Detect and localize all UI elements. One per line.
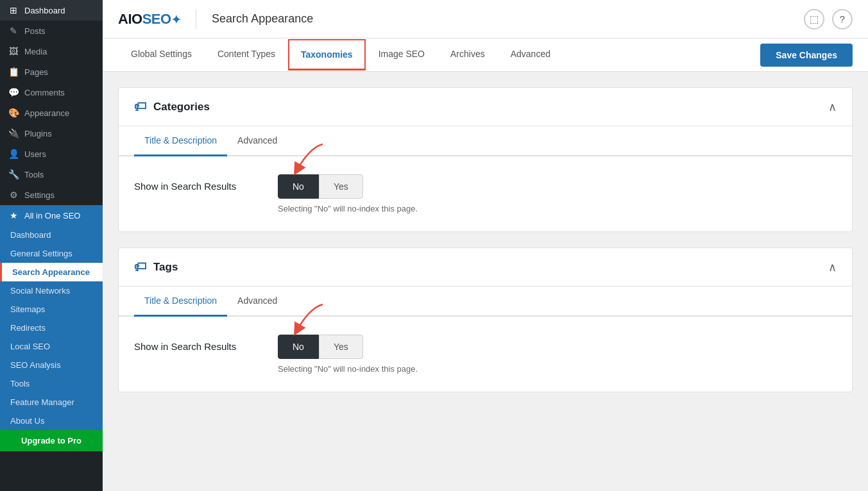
sidebar-item-settings[interactable]: ⚙ Settings (0, 185, 103, 205)
categories-body: Show in Search Results No (119, 156, 852, 231)
logo-divider (196, 10, 196, 29)
aioseo-icon: ★ (8, 210, 19, 221)
tags-title: 🏷 Tags (134, 260, 178, 274)
tags-section: 🏷 Tags ∧ Title & Description Advanced Sh… (118, 247, 853, 392)
tags-tag-icon: 🏷 (134, 260, 147, 274)
categories-inner-tabs: Title & Description Advanced (119, 126, 852, 156)
tab-image-seo[interactable]: Image SEO (366, 38, 438, 71)
submenu-item-dashboard[interactable]: Dashboard (0, 226, 103, 244)
tools-icon: 🔧 (8, 169, 19, 179)
save-changes-button[interactable]: Save Changes (760, 44, 853, 67)
categories-no-button[interactable]: No (278, 174, 319, 199)
sidebar-item-tools[interactable]: 🔧 Tools (0, 164, 103, 185)
submenu-item-sitemaps[interactable]: Sitemaps (0, 300, 103, 319)
wp-sidebar: ⊞ Dashboard ✎ Posts 🖼 Media 📋 Pages 💬 Co… (0, 0, 103, 491)
tab-content-types[interactable]: Content Types (205, 38, 288, 71)
categories-title: 🏷 Categories (134, 99, 210, 114)
pages-icon: 📋 (8, 67, 19, 77)
tab-archives[interactable]: Archives (438, 38, 498, 71)
tags-no-button[interactable]: No (278, 335, 319, 359)
submenu-item-about-us[interactable]: About Us (0, 412, 103, 430)
categories-toggle-group: No Yes (278, 174, 418, 199)
categories-tab-title-desc[interactable]: Title & Description (134, 126, 227, 156)
categories-toggle-hint: Selecting "No" will no-index this page. (278, 204, 418, 213)
tags-inner-tabs: Title & Description Advanced (119, 287, 852, 317)
sidebar-item-pages[interactable]: 📋 Pages (0, 62, 103, 82)
aioseo-submenu: Dashboard General Settings Search Appear… (0, 226, 103, 430)
aioseo-logo: AIOSEO✦ (118, 11, 180, 28)
page-title: Search Appearance (212, 12, 313, 26)
sidebar-item-dashboard[interactable]: ⊞ Dashboard (0, 0, 103, 21)
sidebar-item-posts[interactable]: ✎ Posts (0, 21, 103, 41)
categories-tab-advanced[interactable]: Advanced (227, 126, 287, 156)
categories-tag-icon: 🏷 (134, 99, 147, 114)
submenu-item-social-networks[interactable]: Social Networks (0, 281, 103, 300)
sidebar-item-comments[interactable]: 💬 Comments (0, 82, 103, 103)
tags-toggle-group: No Yes (278, 335, 418, 359)
top-bar-icons: ⬚ ? (804, 9, 853, 29)
tags-tab-title-desc[interactable]: Title & Description (134, 287, 227, 317)
submenu-item-redirects[interactable]: Redirects (0, 319, 103, 337)
categories-section: 🏷 Categories ∧ Title & Description Advan… (118, 87, 853, 232)
categories-header: 🏷 Categories ∧ (119, 88, 852, 126)
tags-body: Show in Search Results No (119, 317, 852, 392)
tags-collapse-icon[interactable]: ∧ (828, 260, 837, 274)
settings-icon: ⚙ (8, 190, 19, 200)
plugins-icon: 🔌 (8, 128, 19, 138)
tags-tab-advanced[interactable]: Advanced (227, 287, 287, 317)
tags-toggle-hint: Selecting "No" will no-index this page. (278, 364, 418, 374)
tab-taxonomies[interactable]: Taxonomies (288, 39, 366, 71)
monitor-icon[interactable]: ⬚ (804, 9, 824, 29)
submenu-item-local-seo[interactable]: Local SEO (0, 337, 103, 356)
sidebar-item-appearance[interactable]: 🎨 Appearance (0, 103, 103, 123)
tab-global-settings[interactable]: Global Settings (118, 38, 205, 71)
tags-header: 🏷 Tags ∧ (119, 248, 852, 287)
media-icon: 🖼 (8, 46, 19, 56)
categories-collapse-icon[interactable]: ∧ (828, 100, 837, 114)
submenu-item-general-settings[interactable]: General Settings (0, 244, 103, 263)
main-content: AIOSEO✦ Search Appearance ⬚ ? Global Set… (103, 0, 868, 491)
appearance-icon: 🎨 (8, 108, 19, 118)
categories-yes-button[interactable]: Yes (319, 174, 363, 199)
upgrade-to-pro-button[interactable]: Upgrade to Pro (0, 430, 103, 451)
dashboard-icon: ⊞ (8, 5, 19, 15)
tabs-bar: Global Settings Content Types Taxonomies… (103, 38, 868, 72)
content-area: 🏷 Categories ∧ Title & Description Advan… (103, 72, 868, 491)
posts-icon: ✎ (8, 26, 19, 36)
tags-yes-button[interactable]: Yes (319, 335, 363, 359)
categories-show-label: Show in Search Results (134, 174, 262, 192)
sidebar-item-users[interactable]: 👤 Users (0, 144, 103, 164)
help-icon[interactable]: ? (832, 9, 853, 29)
submenu-item-search-appearance[interactable]: Search Appearance (0, 263, 103, 281)
tags-show-label: Show in Search Results (134, 335, 262, 352)
comments-icon: 💬 (8, 87, 19, 97)
users-icon: 👤 (8, 149, 19, 159)
sidebar-item-plugins[interactable]: 🔌 Plugins (0, 123, 103, 144)
sidebar-item-aioseo[interactable]: ★ All in One SEO (0, 205, 103, 226)
tab-advanced[interactable]: Advanced (498, 38, 563, 71)
submenu-item-seo-analysis[interactable]: SEO Analysis (0, 356, 103, 374)
submenu-item-tools[interactable]: Tools (0, 374, 103, 393)
submenu-item-feature-manager[interactable]: Feature Manager (0, 393, 103, 412)
top-bar: AIOSEO✦ Search Appearance ⬚ ? (103, 0, 868, 38)
sidebar-item-media[interactable]: 🖼 Media (0, 41, 103, 62)
